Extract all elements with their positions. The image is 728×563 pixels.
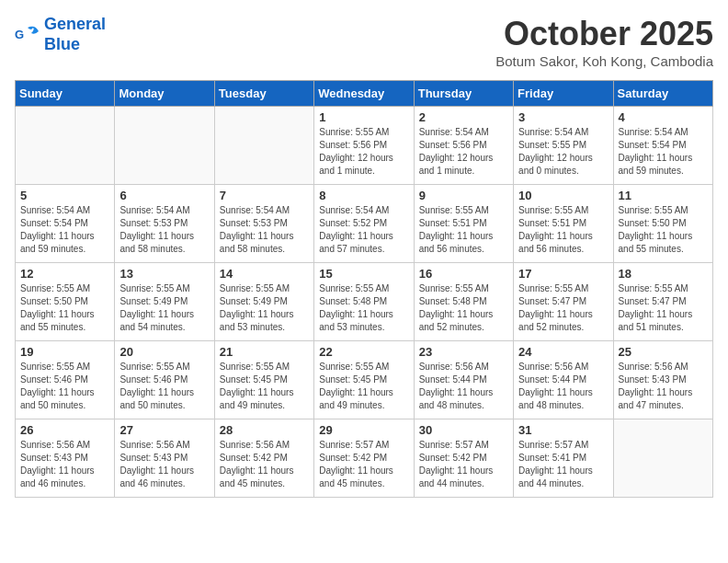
day-detail: Sunrise: 5:55 AM Sunset: 5:47 PM Dayligh…: [619, 282, 708, 334]
title-block: October 2025 Botum Sakor, Koh Kong, Camb…: [495, 15, 713, 69]
weekday-header-thursday: Thursday: [414, 81, 513, 107]
calendar-cell: 18Sunrise: 5:55 AM Sunset: 5:47 PM Dayli…: [613, 263, 712, 341]
calendar-cell: 4Sunrise: 5:54 AM Sunset: 5:54 PM Daylig…: [613, 107, 712, 185]
calendar-cell: [16, 107, 115, 185]
weekday-header-saturday: Saturday: [613, 81, 712, 107]
day-detail: Sunrise: 5:54 AM Sunset: 5:54 PM Dayligh…: [619, 126, 708, 178]
calendar-cell: 16Sunrise: 5:55 AM Sunset: 5:48 PM Dayli…: [414, 263, 513, 341]
day-detail: Sunrise: 5:55 AM Sunset: 5:46 PM Dayligh…: [119, 361, 209, 412]
calendar-cell: 29Sunrise: 5:57 AM Sunset: 5:42 PM Dayli…: [314, 419, 414, 498]
calendar-cell: 24Sunrise: 5:56 AM Sunset: 5:44 PM Dayli…: [514, 341, 613, 419]
day-detail: Sunrise: 5:55 AM Sunset: 5:48 PM Dayligh…: [319, 282, 408, 334]
logo-text: General Blue: [44, 15, 106, 54]
calendar-cell: 23Sunrise: 5:56 AM Sunset: 5:44 PM Dayli…: [414, 341, 513, 419]
day-detail: Sunrise: 5:55 AM Sunset: 5:50 PM Dayligh…: [619, 204, 708, 256]
day-number: 1: [319, 110, 408, 124]
calendar-cell: 27Sunrise: 5:56 AM Sunset: 5:43 PM Dayli…: [115, 419, 214, 498]
weekday-header-monday: Monday: [115, 81, 214, 107]
calendar-cell: 7Sunrise: 5:54 AM Sunset: 5:53 PM Daylig…: [214, 185, 313, 263]
week-row-4: 19Sunrise: 5:55 AM Sunset: 5:46 PM Dayli…: [16, 341, 713, 419]
day-detail: Sunrise: 5:55 AM Sunset: 5:51 PM Dayligh…: [518, 204, 608, 256]
calendar-table: SundayMondayTuesdayWednesdayThursdayFrid…: [15, 80, 713, 498]
day-detail: Sunrise: 5:54 AM Sunset: 5:54 PM Dayligh…: [20, 204, 109, 256]
day-detail: Sunrise: 5:57 AM Sunset: 5:42 PM Dayligh…: [419, 439, 508, 490]
calendar-cell: 19Sunrise: 5:55 AM Sunset: 5:46 PM Dayli…: [16, 341, 115, 419]
calendar-cell: 5Sunrise: 5:54 AM Sunset: 5:54 PM Daylig…: [16, 185, 115, 263]
calendar-cell: 31Sunrise: 5:57 AM Sunset: 5:41 PM Dayli…: [514, 419, 613, 498]
day-detail: Sunrise: 5:54 AM Sunset: 5:56 PM Dayligh…: [419, 126, 508, 178]
calendar-cell: [115, 107, 214, 185]
day-detail: Sunrise: 5:56 AM Sunset: 5:44 PM Dayligh…: [518, 361, 608, 412]
calendar-cell: [214, 107, 313, 185]
day-number: 21: [220, 345, 309, 359]
calendar-cell: 20Sunrise: 5:55 AM Sunset: 5:46 PM Dayli…: [115, 341, 214, 419]
day-detail: Sunrise: 5:56 AM Sunset: 5:43 PM Dayligh…: [20, 439, 109, 490]
day-number: 11: [619, 189, 708, 202]
day-detail: Sunrise: 5:54 AM Sunset: 5:53 PM Dayligh…: [220, 204, 309, 256]
day-number: 30: [419, 423, 508, 437]
calendar-cell: 8Sunrise: 5:54 AM Sunset: 5:52 PM Daylig…: [314, 185, 414, 263]
week-row-1: 1Sunrise: 5:55 AM Sunset: 5:56 PM Daylig…: [16, 107, 713, 185]
calendar-cell: 13Sunrise: 5:55 AM Sunset: 5:49 PM Dayli…: [115, 263, 214, 341]
day-number: 22: [319, 345, 408, 359]
day-number: 24: [518, 345, 608, 359]
day-number: 12: [20, 267, 109, 281]
day-detail: Sunrise: 5:55 AM Sunset: 5:51 PM Dayligh…: [419, 204, 508, 256]
day-detail: Sunrise: 5:55 AM Sunset: 5:48 PM Dayligh…: [419, 282, 508, 334]
calendar-cell: [613, 419, 712, 498]
calendar-cell: 12Sunrise: 5:55 AM Sunset: 5:50 PM Dayli…: [16, 263, 115, 341]
weekday-header-tuesday: Tuesday: [214, 81, 313, 107]
location-subtitle: Botum Sakor, Koh Kong, Cambodia: [495, 53, 713, 69]
calendar-cell: 10Sunrise: 5:55 AM Sunset: 5:51 PM Dayli…: [514, 185, 613, 263]
day-number: 8: [319, 189, 408, 202]
day-detail: Sunrise: 5:56 AM Sunset: 5:42 PM Dayligh…: [220, 439, 309, 490]
day-number: 14: [220, 267, 309, 281]
day-number: 17: [518, 267, 608, 281]
day-detail: Sunrise: 5:55 AM Sunset: 5:56 PM Dayligh…: [319, 126, 408, 178]
calendar-cell: 15Sunrise: 5:55 AM Sunset: 5:48 PM Dayli…: [314, 263, 414, 341]
svg-text:G: G: [15, 28, 24, 41]
day-number: 5: [20, 189, 109, 202]
logo-icon: G: [15, 22, 40, 48]
weekday-header-friday: Friday: [514, 81, 613, 107]
calendar-cell: 28Sunrise: 5:56 AM Sunset: 5:42 PM Dayli…: [214, 419, 313, 498]
weekday-header-wednesday: Wednesday: [314, 81, 414, 107]
day-detail: Sunrise: 5:54 AM Sunset: 5:52 PM Dayligh…: [319, 204, 408, 256]
day-detail: Sunrise: 5:56 AM Sunset: 5:44 PM Dayligh…: [419, 361, 508, 412]
day-detail: Sunrise: 5:57 AM Sunset: 5:41 PM Dayligh…: [518, 439, 608, 490]
week-row-2: 5Sunrise: 5:54 AM Sunset: 5:54 PM Daylig…: [16, 185, 713, 263]
day-number: 28: [220, 423, 309, 437]
day-detail: Sunrise: 5:56 AM Sunset: 5:43 PM Dayligh…: [619, 361, 708, 412]
day-number: 6: [119, 189, 209, 202]
day-number: 15: [319, 267, 408, 281]
calendar-cell: 30Sunrise: 5:57 AM Sunset: 5:42 PM Dayli…: [414, 419, 513, 498]
calendar-cell: 22Sunrise: 5:55 AM Sunset: 5:45 PM Dayli…: [314, 341, 414, 419]
calendar-cell: 11Sunrise: 5:55 AM Sunset: 5:50 PM Dayli…: [613, 185, 712, 263]
day-detail: Sunrise: 5:54 AM Sunset: 5:53 PM Dayligh…: [119, 204, 209, 256]
day-detail: Sunrise: 5:55 AM Sunset: 5:45 PM Dayligh…: [319, 361, 408, 412]
weekday-header-sunday: Sunday: [16, 81, 115, 107]
day-number: 4: [619, 110, 708, 124]
calendar-cell: 9Sunrise: 5:55 AM Sunset: 5:51 PM Daylig…: [414, 185, 513, 263]
month-title: October 2025: [495, 15, 713, 53]
day-number: 31: [518, 423, 608, 437]
day-detail: Sunrise: 5:54 AM Sunset: 5:55 PM Dayligh…: [518, 126, 608, 178]
day-number: 26: [20, 423, 109, 437]
weekday-header-row: SundayMondayTuesdayWednesdayThursdayFrid…: [16, 81, 713, 107]
day-number: 9: [419, 189, 508, 202]
day-number: 23: [419, 345, 508, 359]
day-detail: Sunrise: 5:55 AM Sunset: 5:46 PM Dayligh…: [20, 361, 109, 412]
day-detail: Sunrise: 5:55 AM Sunset: 5:50 PM Dayligh…: [20, 282, 109, 334]
day-number: 3: [518, 110, 608, 124]
day-number: 2: [419, 110, 508, 124]
logo: G General Blue: [15, 15, 106, 54]
day-detail: Sunrise: 5:55 AM Sunset: 5:45 PM Dayligh…: [220, 361, 309, 412]
day-detail: Sunrise: 5:57 AM Sunset: 5:42 PM Dayligh…: [319, 439, 408, 490]
day-number: 16: [419, 267, 508, 281]
day-number: 10: [518, 189, 608, 202]
day-number: 20: [119, 345, 209, 359]
calendar-cell: 3Sunrise: 5:54 AM Sunset: 5:55 PM Daylig…: [514, 107, 613, 185]
day-number: 27: [119, 423, 209, 437]
day-detail: Sunrise: 5:56 AM Sunset: 5:43 PM Dayligh…: [119, 439, 209, 490]
calendar-cell: 1Sunrise: 5:55 AM Sunset: 5:56 PM Daylig…: [314, 107, 414, 185]
